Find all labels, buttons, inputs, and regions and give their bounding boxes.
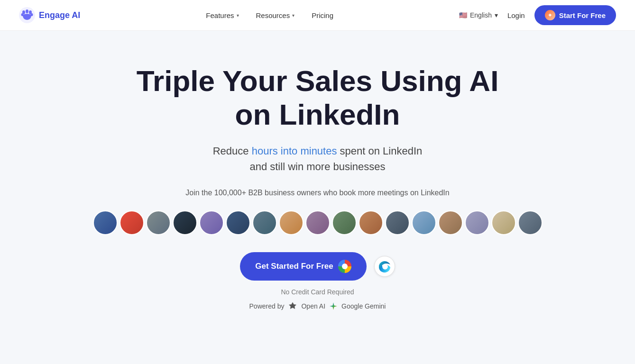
highlight-text: hours into minutes xyxy=(252,145,337,157)
hero-subtitle: Reduce hours into minutes spent on Linke… xyxy=(213,143,423,174)
chrome-icon xyxy=(338,260,351,273)
start-for-free-button[interactable]: ✦ Start For Free xyxy=(534,5,616,25)
avatar xyxy=(412,210,436,235)
avatar xyxy=(120,210,144,235)
no-credit-card-text: No Credit Card Required xyxy=(281,288,354,296)
logo-link[interactable]: Engage AI xyxy=(19,7,80,23)
hero-section: Triple Your Sales Using AI on LinkedIn R… xyxy=(0,31,635,330)
avatar xyxy=(226,210,250,235)
features-chevron-icon: ▾ xyxy=(237,13,239,18)
avatar xyxy=(385,210,410,235)
svg-point-5 xyxy=(31,13,33,16)
nav-pricing[interactable]: Pricing xyxy=(312,11,333,19)
avatar xyxy=(279,210,304,235)
login-button[interactable]: Login xyxy=(507,11,525,19)
nav-right: 🇺🇸 English ▾ Login ✦ Start For Free xyxy=(459,5,616,25)
navbar: Engage AI Features ▾ Resources ▾ Pricing… xyxy=(0,0,635,31)
powered-row: Powered by Open AI Google Gemini xyxy=(249,301,386,311)
lang-chevron-icon: ▾ xyxy=(495,11,498,19)
gemini-label: Google Gemini xyxy=(341,302,386,310)
avatar xyxy=(332,210,357,235)
hero-join-text: Join the 100,000+ B2B business owners wh… xyxy=(185,189,449,197)
nav-features[interactable]: Features ▾ xyxy=(206,11,239,19)
avatar xyxy=(438,210,463,235)
svg-point-4 xyxy=(21,13,24,16)
flag-icon: 🇺🇸 xyxy=(459,11,467,19)
openai-icon xyxy=(288,301,297,311)
avatar xyxy=(146,210,171,235)
edge-browser-icon[interactable] xyxy=(374,256,395,277)
logo-icon xyxy=(19,7,35,23)
avatar xyxy=(199,210,224,235)
avatar xyxy=(252,210,277,235)
hero-title: Triple Your Sales Using AI on LinkedIn xyxy=(137,64,499,132)
powered-label: Powered by xyxy=(249,302,285,310)
gemini-icon xyxy=(329,302,338,310)
resources-chevron-icon: ▾ xyxy=(292,13,294,18)
nav-resources[interactable]: Resources ▾ xyxy=(256,11,295,19)
openai-label: Open AI xyxy=(301,302,325,310)
get-started-button[interactable]: Get Started For Free xyxy=(240,252,366,281)
avatar xyxy=(173,210,197,235)
edge-svg xyxy=(377,259,392,273)
avatar xyxy=(491,210,516,235)
nav-center: Features ▾ Resources ▾ Pricing xyxy=(206,11,333,19)
logo-text: Engage AI xyxy=(39,10,80,20)
cta-row: Get Started For Free xyxy=(240,252,395,281)
avatars-row xyxy=(93,210,543,235)
start-button-icon: ✦ xyxy=(545,10,555,20)
language-label: English xyxy=(470,11,492,19)
avatar xyxy=(93,210,118,235)
avatar xyxy=(359,210,383,235)
avatar xyxy=(305,210,330,235)
language-selector[interactable]: 🇺🇸 English ▾ xyxy=(459,11,498,19)
avatar xyxy=(518,210,543,235)
svg-point-2 xyxy=(26,9,28,13)
avatar xyxy=(465,210,489,235)
